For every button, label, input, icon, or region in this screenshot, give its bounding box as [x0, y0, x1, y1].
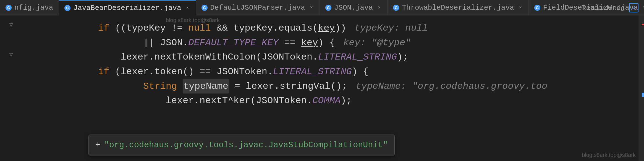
line2-default-type-key: DEFAULT_TYPE_KEY — [188, 36, 278, 50]
tab-icon-fielddeserializer: C — [534, 5, 540, 11]
code-line-5: String typeName = lexer.stringVal(); typ… — [30, 79, 630, 94]
line5-indent — [30, 79, 143, 94]
line4-if-keyword: if — [30, 65, 109, 79]
line1-open: ((typeKey != — [109, 21, 189, 36]
tab-throwabledeserializer[interactable]: C ThrowableDeserializer.java × — [388, 0, 529, 15]
line6-semi: ); — [341, 93, 352, 108]
line6-comma: COMMA — [312, 93, 341, 108]
tab-label-javabeandeserializer: JavaBeanDeserializer.java — [73, 4, 181, 12]
fold-arrow-1[interactable]: ▽ — [7, 21, 15, 29]
line1-null: null — [188, 21, 211, 36]
tab-close-json[interactable]: × — [377, 5, 382, 10]
line4-cond: (lexer.token() == JSONToken. — [109, 65, 273, 79]
line5-assign: = lexer.stringVal(); — [229, 79, 347, 94]
scrollbar-position-marker — [642, 93, 644, 97]
code-line-3: lexer.nextTokenWithColon(JSONToken. LITE… — [30, 50, 630, 65]
line1-close-paren: )) — [335, 21, 346, 36]
line2-brace: ) { — [318, 36, 335, 50]
left-gutter: ▽ ▽ — [0, 15, 22, 161]
popup-suggestion-text: "org.codehaus.groovy.tools.javac.JavaStu… — [104, 139, 388, 152]
line2-hint: key: "@type" — [343, 36, 411, 50]
reader-mode-checkbox[interactable]: ✓ — [629, 3, 638, 12]
tab-close-throwabledeserializer[interactable]: × — [518, 5, 523, 10]
line4-close: ) { — [352, 65, 369, 79]
tab-icon-javabeandeserializer: C — [64, 5, 70, 11]
line5-hint: typeName: "org.codehaus.groovy.too — [356, 79, 548, 94]
tab-defaultjsonparser[interactable]: C DefaultJSONParser.java × — [196, 0, 320, 15]
line1-indent — [30, 21, 98, 36]
code-line-6: lexer.nextT ^ ker(JSONToken. COMMA ); — [30, 93, 630, 108]
line1-and: && typeKey.equals( — [211, 21, 318, 36]
code-line-1: if ((typeKey != null && typeKey.equals( … — [30, 21, 630, 36]
fold-arrow-2[interactable]: ▽ — [7, 51, 15, 58]
scrollbar-error-marker — [642, 24, 644, 25]
line6-rest: ker(JSONToken. — [234, 93, 313, 108]
reader-mode-area: Reader Mode ✓ — [581, 0, 638, 15]
line2-indent — [30, 36, 143, 50]
tab-label-config: nfig.java — [14, 4, 53, 12]
line5-string-kw: String — [143, 79, 177, 94]
line2-key: key — [301, 36, 318, 50]
line6-indent — [30, 93, 166, 108]
line4-literal-string: LITERAL_STRING — [273, 65, 352, 79]
reader-mode-label: Reader Mode — [581, 4, 625, 12]
code-editor[interactable]: if ((typeKey != null && typeKey.equals( … — [22, 15, 638, 161]
line3-indent — [30, 50, 121, 65]
line1-hint: typeKey: null — [355, 21, 428, 36]
tab-javabeandeserializer[interactable]: C JavaBeanDeserializer.java × — [59, 0, 196, 15]
tab-label-throwabledeserializer: ThrowableDeserializer.java — [402, 4, 514, 12]
line6-partial: lexer.nextT — [166, 93, 228, 108]
tab-icon-defaultjsonparser: C — [201, 5, 208, 11]
tab-label-json: JSON.java — [334, 4, 373, 12]
code-line-4: if (lexer.token() == JSONToken. LITERAL_… — [30, 65, 630, 79]
tab-config[interactable]: C nfig.java — [0, 0, 59, 15]
line1-if-keyword: if — [98, 21, 109, 36]
tab-icon-json: C — [325, 5, 331, 11]
line3-semi: ); — [397, 50, 408, 65]
autocomplete-popup[interactable]: + "org.codehaus.groovy.tools.javac.JavaS… — [88, 135, 395, 156]
tab-label-defaultjsonparser: DefaultJSONParser.java — [210, 4, 305, 12]
tab-close-defaultjsonparser[interactable]: × — [309, 5, 314, 10]
editor-area: ▽ ▽ if ((typeKey != null && typeKey.equa… — [0, 15, 644, 161]
line6-caret: ^ — [228, 93, 233, 108]
line5-typename: typeName — [183, 79, 229, 94]
tab-icon-throwabledeserializer: C — [393, 5, 399, 11]
right-scrollbar[interactable] — [638, 15, 644, 161]
line2-or: || JSON. — [143, 36, 188, 50]
code-line-2: || JSON. DEFAULT_TYPE_KEY == key ) { key… — [30, 36, 630, 50]
popup-plus-icon: + — [95, 139, 100, 152]
line2-eq: == — [279, 36, 301, 50]
line3-literal-string: LITERAL_STRING — [318, 50, 397, 65]
tab-bar: C nfig.java C JavaBeanDeserializer.java … — [0, 0, 644, 15]
line3-method: lexer.nextTokenWithColon(JSONToken. — [121, 50, 318, 65]
line1-key: key — [318, 21, 335, 36]
tab-close-fielddeserializer[interactable]: × — [642, 5, 644, 10]
tab-json[interactable]: C JSON.java × — [320, 0, 388, 15]
line5-space — [177, 79, 183, 94]
tab-close-javabeandeserializer[interactable]: × — [185, 6, 190, 10]
tab-icon-config: C — [6, 5, 12, 11]
